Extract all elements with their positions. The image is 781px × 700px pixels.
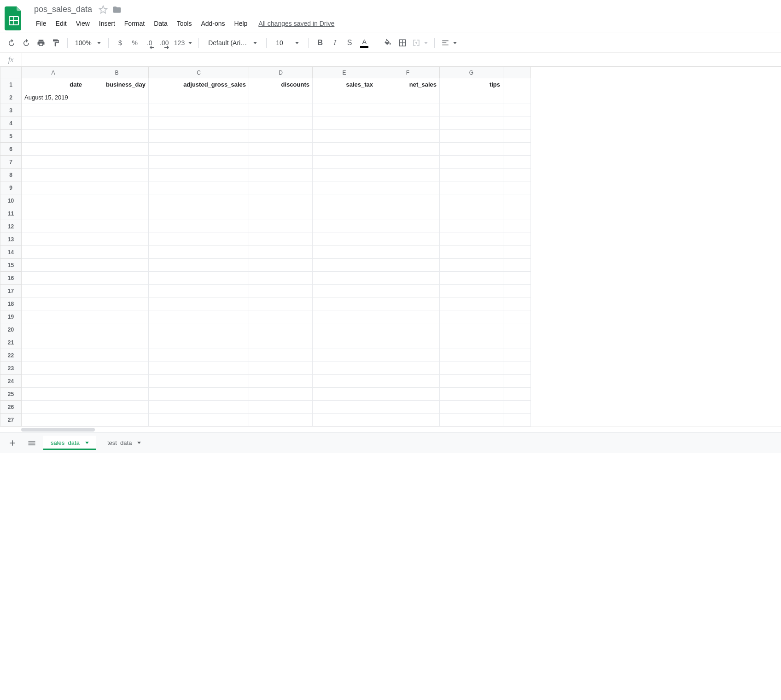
row-header-21[interactable]: 21 [0, 336, 22, 349]
row-header-6[interactable]: 6 [0, 143, 22, 156]
cell-B4[interactable] [85, 117, 149, 130]
cell-B25[interactable] [85, 388, 149, 401]
cell-C21[interactable] [149, 336, 249, 349]
menu-insert[interactable]: Insert [95, 18, 119, 29]
row-header-12[interactable]: 12 [0, 220, 22, 233]
cell-D21[interactable] [249, 336, 313, 349]
cell-F25[interactable] [376, 388, 440, 401]
cell-F16[interactable] [376, 272, 440, 285]
row-header-26[interactable]: 26 [0, 401, 22, 414]
cell-F26[interactable] [376, 401, 440, 414]
cell-E25[interactable] [313, 388, 376, 401]
column-header-C[interactable]: C [149, 67, 249, 78]
cell-extra-1[interactable] [503, 78, 531, 91]
cell-F5[interactable] [376, 130, 440, 143]
cell-E19[interactable] [313, 310, 376, 323]
cell-D11[interactable] [249, 207, 313, 220]
cell-A20[interactable] [22, 323, 85, 336]
cell-A10[interactable] [22, 194, 85, 207]
format-percent-button[interactable]: % [128, 36, 142, 50]
cell-G20[interactable] [440, 323, 503, 336]
cell-E27[interactable] [313, 414, 376, 426]
cell-A2[interactable]: August 15, 2019 [22, 91, 85, 104]
borders-button[interactable] [396, 36, 409, 50]
cell-C8[interactable] [149, 169, 249, 181]
cell-G18[interactable] [440, 298, 503, 310]
horizontal-scrollbar[interactable] [0, 426, 781, 432]
cell-E1[interactable]: sales_tax [313, 78, 376, 91]
cell-C14[interactable] [149, 246, 249, 259]
cell-G1[interactable]: tips [440, 78, 503, 91]
cell-D23[interactable] [249, 362, 313, 375]
cell-B9[interactable] [85, 181, 149, 194]
cell-E18[interactable] [313, 298, 376, 310]
cell-B24[interactable] [85, 375, 149, 388]
decrease-decimal-button[interactable]: .0 [143, 36, 157, 50]
cell-E22[interactable] [313, 349, 376, 362]
paint-format-button[interactable] [49, 36, 63, 50]
cell-D19[interactable] [249, 310, 313, 323]
cell-C20[interactable] [149, 323, 249, 336]
cell-C15[interactable] [149, 259, 249, 272]
row-header-5[interactable]: 5 [0, 130, 22, 143]
cell-D26[interactable] [249, 401, 313, 414]
bold-button[interactable]: B [313, 36, 327, 50]
cell-G21[interactable] [440, 336, 503, 349]
cell-F22[interactable] [376, 349, 440, 362]
cell-extra-10[interactable] [503, 194, 531, 207]
sheet-tab-sales-data[interactable]: sales_data [43, 436, 96, 450]
cell-A1[interactable]: date [22, 78, 85, 91]
cell-E8[interactable] [313, 169, 376, 181]
cell-F9[interactable] [376, 181, 440, 194]
cell-G9[interactable] [440, 181, 503, 194]
cell-A25[interactable] [22, 388, 85, 401]
cell-D2[interactable] [249, 91, 313, 104]
cell-G5[interactable] [440, 130, 503, 143]
cell-E11[interactable] [313, 207, 376, 220]
cell-E20[interactable] [313, 323, 376, 336]
cell-A8[interactable] [22, 169, 85, 181]
cell-B12[interactable] [85, 220, 149, 233]
cell-D5[interactable] [249, 130, 313, 143]
cell-F21[interactable] [376, 336, 440, 349]
cell-extra-5[interactable] [503, 130, 531, 143]
cell-D14[interactable] [249, 246, 313, 259]
star-icon[interactable] [99, 5, 108, 14]
cell-extra-16[interactable] [503, 272, 531, 285]
cell-extra-2[interactable] [503, 91, 531, 104]
cell-G16[interactable] [440, 272, 503, 285]
cell-B11[interactable] [85, 207, 149, 220]
sheets-app-icon[interactable] [4, 5, 24, 32]
row-header-4[interactable]: 4 [0, 117, 22, 130]
cell-A24[interactable] [22, 375, 85, 388]
row-header-17[interactable]: 17 [0, 285, 22, 298]
cell-D3[interactable] [249, 104, 313, 117]
cell-F24[interactable] [376, 375, 440, 388]
cell-C27[interactable] [149, 414, 249, 426]
cell-G14[interactable] [440, 246, 503, 259]
move-folder-icon[interactable] [112, 5, 122, 14]
cell-A23[interactable] [22, 362, 85, 375]
cell-G11[interactable] [440, 207, 503, 220]
cell-B6[interactable] [85, 143, 149, 156]
column-header-A[interactable]: A [22, 67, 85, 78]
add-sheet-button[interactable] [5, 435, 20, 451]
cell-extra-18[interactable] [503, 298, 531, 310]
cell-extra-19[interactable] [503, 310, 531, 323]
cell-F17[interactable] [376, 285, 440, 298]
cell-C25[interactable] [149, 388, 249, 401]
cell-E9[interactable] [313, 181, 376, 194]
cell-B18[interactable] [85, 298, 149, 310]
cell-F7[interactable] [376, 156, 440, 169]
cell-E14[interactable] [313, 246, 376, 259]
cell-B10[interactable] [85, 194, 149, 207]
more-formats-dropdown[interactable]: 123 [172, 36, 194, 50]
row-header-19[interactable]: 19 [0, 310, 22, 323]
cell-A27[interactable] [22, 414, 85, 426]
cell-D4[interactable] [249, 117, 313, 130]
cell-F8[interactable] [376, 169, 440, 181]
cell-G4[interactable] [440, 117, 503, 130]
cell-D7[interactable] [249, 156, 313, 169]
cell-D10[interactable] [249, 194, 313, 207]
cell-A22[interactable] [22, 349, 85, 362]
